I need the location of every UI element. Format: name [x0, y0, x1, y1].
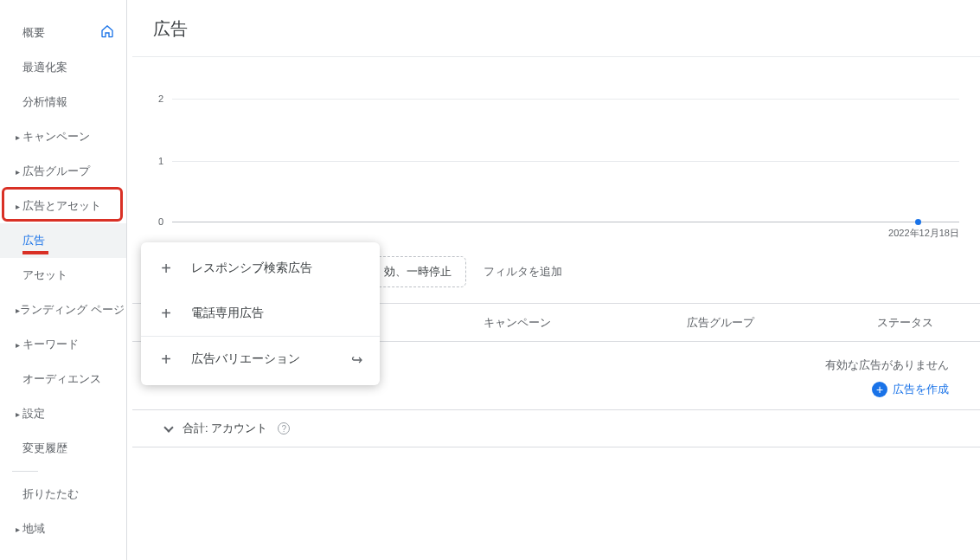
sidebar-item-label: キャンペーン	[22, 129, 114, 145]
plus-icon: +	[158, 259, 174, 279]
add-filter[interactable]: フィルタを追加	[484, 264, 562, 280]
menu-item-label: レスポンシブ検索広告	[191, 261, 312, 276]
status-filter-chip[interactable]: 効、一時停止	[369, 256, 466, 287]
chart: 2 1 0 2022年12月18日	[132, 57, 980, 241]
caret-icon: ▸	[16, 409, 22, 419]
sidebar-item-settings[interactable]: ▸ 設定	[0, 396, 126, 431]
sidebar-item-label: ランディング ページ	[20, 302, 125, 318]
th-adgroup[interactable]: 広告グループ	[673, 305, 863, 341]
sidebar-item-label: キーワード	[22, 337, 114, 352]
sidebar-item-change-history[interactable]: ▸ 変更履歴	[0, 431, 126, 466]
baseline	[172, 222, 959, 222]
sidebar: ▸ 概要 ▸ 最適化案 ▸ 分析情報 ▸ キャンペーン ▸ 広告グループ ▸ 広…	[0, 0, 127, 560]
sidebar-item-label: 設定	[22, 406, 114, 422]
chevron-down-icon	[163, 422, 173, 432]
sidebar-collapse[interactable]: 折りたたむ	[0, 477, 126, 512]
sidebar-item-label: 地域	[22, 521, 114, 537]
chip-label: 効、一時停止	[384, 264, 452, 280]
plus-circle-icon: +	[872, 382, 887, 397]
sidebar-item-recommendations[interactable]: ▸ 最適化案	[0, 50, 126, 85]
divider	[12, 471, 38, 472]
menu-item-ad-variations[interactable]: + 広告バリエーション ↪	[141, 337, 380, 382]
caret-icon: ▸	[16, 167, 22, 177]
sidebar-item-label: アセット	[22, 267, 114, 283]
y-tick-2: 2	[158, 93, 163, 104]
sidebar-item-label: オーディエンス	[22, 371, 114, 387]
sidebar-item-label: 折りたたむ	[22, 486, 114, 502]
sidebar-item-label: 分析情報	[22, 94, 114, 110]
plus-icon: +	[158, 304, 174, 324]
help-icon[interactable]: ?	[278, 422, 290, 434]
sidebar-item-insights[interactable]: ▸ 分析情報	[0, 85, 126, 119]
caret-icon: ▸	[16, 202, 22, 211]
sidebar-item-assets[interactable]: アセット	[0, 258, 126, 293]
home-icon	[100, 24, 114, 42]
total-cell[interactable]: 合計: アカウント ?	[132, 410, 470, 447]
sidebar-item-overview[interactable]: ▸ 概要	[0, 16, 126, 50]
create-ad-menu: + レスポンシブ検索広告 + 電話専用広告 + 広告バリエーション ↪	[141, 242, 380, 385]
gridline	[172, 99, 959, 100]
sidebar-item-adgroups[interactable]: ▸ 広告グループ	[0, 154, 126, 189]
sidebar-item-keywords[interactable]: ▸ キーワード	[0, 327, 126, 362]
sidebar-item-ads[interactable]: 広告	[0, 223, 126, 258]
th-status[interactable]: ステータス	[863, 305, 980, 341]
menu-item-label: 広告バリエーション	[191, 351, 300, 367]
caret-icon: ▸	[16, 340, 22, 350]
menu-item-responsive-search-ad[interactable]: + レスポンシブ検索広告	[141, 246, 380, 291]
th-campaign[interactable]: キャンペーン	[470, 305, 673, 341]
x-label: 2022年12月18日	[888, 227, 959, 240]
sidebar-item-label: 広告	[22, 233, 114, 248]
y-tick-1: 1	[158, 156, 163, 166]
sidebar-item-label: 最適化案	[22, 60, 114, 75]
page-title: 広告	[132, 0, 980, 57]
sidebar-item-audiences[interactable]: ▸ オーディエンス	[0, 362, 126, 396]
sidebar-item-locations[interactable]: ▸ 地域	[0, 512, 126, 546]
sidebar-item-label: 広告とアセット	[22, 198, 114, 214]
menu-item-call-ad[interactable]: + 電話専用広告	[141, 291, 380, 336]
sidebar-item-label: 広告グループ	[22, 164, 114, 179]
menu-item-label: 電話専用広告	[191, 306, 264, 321]
caret-icon: ▸	[16, 525, 22, 534]
y-tick-0: 0	[158, 216, 163, 227]
data-point[interactable]	[915, 219, 921, 225]
sidebar-item-ads-assets[interactable]: ▸ 広告とアセット	[0, 189, 126, 223]
create-ad-label: 広告を作成	[893, 382, 949, 397]
sidebar-item-label: 変更履歴	[22, 441, 114, 456]
sidebar-item-label: 概要	[22, 25, 100, 41]
total-label: 合計: アカウント	[183, 421, 267, 436]
sidebar-item-landing[interactable]: ▸ ランディング ページ	[0, 293, 126, 327]
plus-icon: +	[158, 350, 174, 370]
sidebar-item-campaigns[interactable]: ▸ キャンペーン	[0, 119, 126, 154]
total-row: 合計: アカウント ?	[132, 409, 980, 447]
gridline	[172, 161, 959, 162]
caret-icon: ▸	[16, 132, 22, 142]
redirect-icon: ↪	[351, 351, 362, 368]
